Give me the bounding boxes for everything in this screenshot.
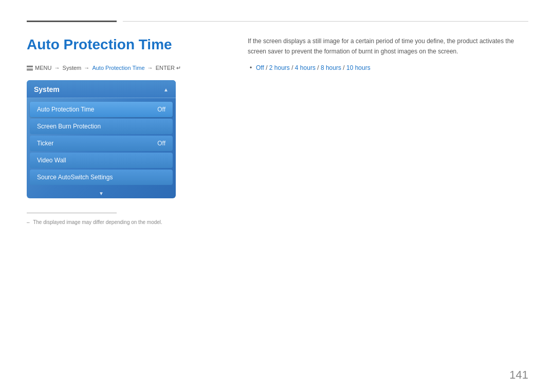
option-4hours: 4 hours: [295, 64, 316, 71]
system-panel: System ▲ Auto Protection Time Off Screen…: [27, 80, 176, 198]
menu-item-value: Off: [157, 140, 165, 147]
options-list-item: Off / 2 hours / 4 hours / 8 hours / 10 h…: [256, 63, 528, 73]
top-line-short: [27, 21, 117, 22]
top-decorative-lines: [27, 21, 528, 22]
menu-item-ticker[interactable]: Ticker Off: [30, 136, 173, 151]
menu-item-value: Off: [157, 106, 165, 113]
menu-icon: [27, 66, 33, 70]
right-column: If the screen displays a still image for…: [248, 36, 528, 73]
system-panel-title: System: [34, 85, 60, 94]
breadcrumb: MENU → System → Auto Protection Time → E…: [27, 64, 227, 72]
panel-arrow-down-icon: ▼: [27, 189, 176, 198]
breadcrumb-arrow2: →: [84, 65, 89, 71]
system-panel-header: System ▲: [27, 80, 176, 98]
top-line-long: [123, 21, 528, 22]
menu-items-list: Auto Protection Time Off Screen Burn Pro…: [27, 98, 176, 189]
page-number: 141: [509, 368, 528, 382]
option-8hours: 8 hours: [321, 64, 341, 71]
menu-item-label: Auto Protection Time: [37, 106, 94, 113]
breadcrumb-highlight: Auto Protection Time: [92, 65, 144, 71]
option-10hours: 10 hours: [346, 64, 371, 71]
panel-arrow-up-icon: ▲: [163, 87, 169, 92]
menu-item-label: Video Wall: [37, 157, 66, 164]
menu-item-label: Screen Burn Protection: [37, 123, 101, 130]
menu-item-label: Ticker: [37, 140, 53, 147]
menu-item-label: Source AutoSwitch Settings: [37, 174, 113, 181]
menu-item-video-wall[interactable]: Video Wall: [30, 153, 173, 168]
breadcrumb-menu: MENU: [27, 65, 53, 71]
breadcrumb-enter: ENTER ↵: [156, 65, 181, 71]
options-list: Off / 2 hours / 4 hours / 8 hours / 10 h…: [248, 63, 528, 73]
left-column: Auto Protection Time MENU → System → Aut…: [27, 36, 227, 226]
breadcrumb-system: System: [63, 65, 82, 71]
page-title: Auto Protection Time: [27, 36, 227, 53]
option-2hours: 2 hours: [269, 64, 290, 71]
breadcrumb-arrow3: →: [147, 65, 153, 71]
menu-item-screen-burn[interactable]: Screen Burn Protection: [30, 119, 173, 134]
footnote: – The displayed image may differ dependi…: [27, 218, 227, 226]
breadcrumb-arrow1: →: [54, 65, 60, 71]
menu-item-auto-protection[interactable]: Auto Protection Time Off: [30, 102, 173, 117]
option-off: Off: [256, 64, 264, 71]
main-content: Auto Protection Time MENU → System → Aut…: [27, 36, 528, 371]
divider-line: [27, 213, 117, 213]
description-text: If the screen displays a still image for…: [248, 36, 528, 57]
menu-item-source-autoswitch[interactable]: Source AutoSwitch Settings: [30, 170, 173, 185]
